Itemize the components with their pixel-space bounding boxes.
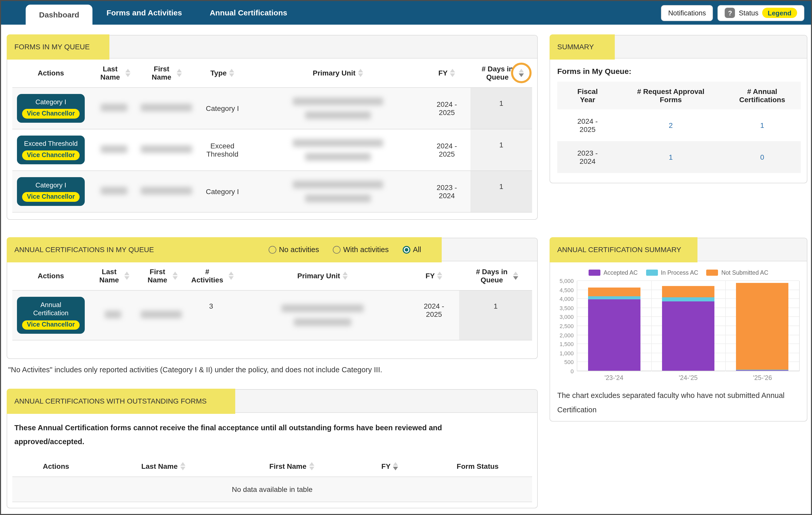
- column-header-days-in-queue[interactable]: # Days in Queue: [470, 59, 532, 88]
- legend-label: Not Submitted AC: [721, 270, 768, 276]
- last-name-cell: [89, 129, 139, 171]
- column-label: Primary Unit: [297, 272, 340, 280]
- column-header-primary-unit[interactable]: Primary Unit: [253, 59, 423, 88]
- fy-cell: 2024 - 2025: [409, 290, 459, 340]
- bar-segment-in-process-ac: [662, 298, 715, 301]
- annual-certifications-count-link[interactable]: 0: [760, 153, 764, 161]
- column-header-type[interactable]: Type: [192, 59, 253, 88]
- legend-item-in-process-ac: In Process AC: [646, 270, 698, 276]
- column-header-fy[interactable]: FY: [409, 261, 459, 290]
- tab-annual-certifications[interactable]: Annual Certifications: [196, 1, 301, 25]
- outstanding-forms-header: ANNUAL CERTIFICATIONS WITH OUTSTANDING F…: [7, 390, 537, 413]
- first-name-cell: [139, 171, 192, 212]
- radio-option-with-activities[interactable]: With activities: [333, 245, 388, 254]
- redacted-text: [282, 304, 364, 312]
- redacted-text: [141, 187, 192, 194]
- last-name-cell: [89, 88, 139, 129]
- legend-badge: Legend: [762, 8, 797, 18]
- notifications-button[interactable]: Notifications: [661, 5, 713, 21]
- role-badge: Vice Chancellor: [22, 109, 79, 119]
- stacked-bar-24-25: [662, 286, 715, 371]
- redacted-text-block: [255, 180, 421, 202]
- summary-table: Fiscal Year# Request Approval Forms# Ann…: [557, 82, 801, 173]
- request-approval-count-link[interactable]: 1: [669, 153, 673, 161]
- column-header-first-name[interactable]: First Name: [139, 59, 192, 88]
- redacted-text: [141, 104, 192, 112]
- fiscal-year-cell: 2024 - 2025: [557, 109, 618, 141]
- annual-certifications-count-link[interactable]: 1: [760, 121, 764, 129]
- column-header-last-name[interactable]: Last Name: [89, 59, 139, 88]
- y-tick-label: 1,000: [559, 350, 574, 356]
- column-label: Last Name: [97, 268, 121, 284]
- column-label: # Days in Queue: [473, 268, 510, 284]
- sort-desc-icon: [513, 272, 518, 280]
- x-axis-label: '25-'26: [725, 374, 800, 382]
- action-button-exceed-threshold[interactable]: Exceed ThresholdVice Chancellor: [17, 135, 85, 164]
- column-label: Type: [210, 69, 227, 77]
- table-row: 2023 - 202410: [557, 141, 801, 173]
- tab-dashboard[interactable]: Dashboard: [26, 5, 93, 25]
- top-nav: DashboardForms and ActivitiesAnnual Cert…: [1, 1, 811, 25]
- ac-in-my-queue-header: ANNUAL CERTIFICATIONS IN MY QUEUE No act…: [7, 238, 537, 261]
- radio-label: No activities: [279, 245, 319, 254]
- stacked-bar-25-26: [736, 283, 788, 371]
- column-header-first-name[interactable]: First Name: [227, 456, 356, 477]
- tab-forms-and-activities[interactable]: Forms and Activities: [93, 1, 196, 25]
- column-label: Actions: [43, 462, 69, 470]
- action-button-label: Category I: [35, 98, 66, 107]
- redacted-text-block: [238, 304, 407, 326]
- summary-title: SUMMARY: [557, 42, 594, 51]
- y-tick-label: 4,500: [559, 287, 574, 293]
- summary-panel: SUMMARY Forms in My Queue: Fiscal Year# …: [550, 35, 807, 183]
- column-header-last-name[interactable]: Last Name: [89, 261, 137, 290]
- radio-option-all[interactable]: All: [403, 245, 421, 254]
- legend-label: Accepted AC: [604, 270, 638, 276]
- sort-icon: [229, 69, 234, 77]
- action-button-annual-certification[interactable]: Annual CertificationVice Chancellor: [17, 297, 85, 334]
- sort-icon: [343, 272, 348, 280]
- column-header-fy[interactable]: FY: [356, 456, 423, 477]
- column-label: Primary Unit: [313, 69, 356, 77]
- column-header-primary-unit[interactable]: Primary Unit: [236, 261, 409, 290]
- action-button-label: Category I: [35, 181, 66, 190]
- status-legend-button[interactable]: ? Status Legend: [718, 5, 804, 21]
- empty-row: No data available in table: [12, 477, 532, 502]
- action-button-category-i[interactable]: Category IVice Chancellor: [17, 94, 85, 123]
- column-header-fy[interactable]: FY: [423, 59, 470, 88]
- ac-summary-header: ANNUAL CERTIFICATION SUMMARY: [550, 238, 807, 261]
- bar-column-25-26: [725, 281, 799, 371]
- first-name-cell: [137, 290, 186, 340]
- sort-icon: [172, 272, 177, 280]
- legend-item-accepted-ac: Accepted AC: [588, 270, 638, 276]
- fy-cell: 2024 - 2025: [423, 129, 470, 171]
- ac-table-host: ActionsLast NameFirst Name# ActivitiesPr…: [7, 261, 537, 340]
- summary-subtitle: Forms in My Queue:: [557, 67, 800, 75]
- redacted-text: [294, 319, 351, 326]
- dashboard-page: DashboardForms and ActivitiesAnnual Cert…: [0, 0, 812, 515]
- column-header-days-in-queue[interactable]: # Days in Queue: [459, 261, 532, 290]
- y-tick-label: 3,500: [559, 305, 574, 311]
- redacted-text-block: [255, 139, 421, 161]
- ac-filter-radio-group: No activitiesWith activitiesAll: [269, 245, 421, 254]
- actions-cell: Annual CertificationVice Chancellor: [12, 290, 89, 340]
- request-approval-count-link[interactable]: 2: [669, 121, 673, 129]
- radio-option-no-activities[interactable]: No activities: [269, 245, 319, 254]
- fy-cell: 2023 - 2024: [423, 171, 470, 212]
- column-header-last-name[interactable]: Last Name: [99, 456, 227, 477]
- redacted-text: [101, 145, 127, 153]
- x-axis-label: '23-'24: [577, 374, 651, 382]
- role-badge: Vice Chancellor: [22, 150, 79, 160]
- y-tick-label: 2,500: [559, 323, 574, 329]
- days-in-queue-cell: 1: [470, 129, 532, 171]
- sort-icon: [437, 272, 442, 280]
- fiscal-year-cell: 2023 - 2024: [557, 141, 618, 173]
- redacted-text: [293, 97, 383, 105]
- column-header-activities[interactable]: # Activities: [186, 261, 236, 290]
- action-button-category-i[interactable]: Category IVice Chancellor: [17, 177, 85, 206]
- legend-item-not-submitted-ac: Not Submitted AC: [706, 270, 768, 276]
- actions-cell: Category IVice Chancellor: [12, 88, 89, 129]
- chart-legend: Accepted ACIn Process ACNot Submitted AC: [550, 270, 807, 276]
- radio-icon: [403, 246, 410, 253]
- column-header-first-name[interactable]: First Name: [137, 261, 186, 290]
- type-cell: Exceed Threshold: [192, 129, 253, 171]
